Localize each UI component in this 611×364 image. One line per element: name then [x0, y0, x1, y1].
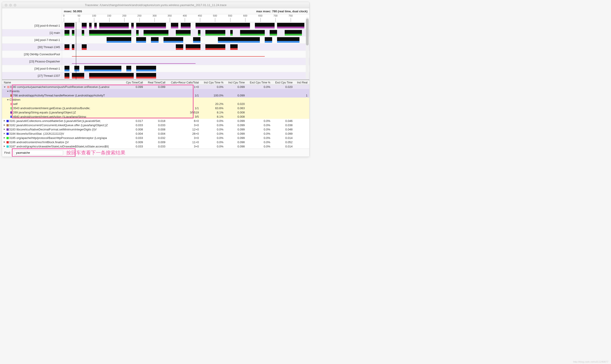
table-row[interactable]: Parents — [2, 89, 309, 93]
trace-bar-detail — [196, 27, 250, 28]
find-caption: 按回车查看下一条搜索结果 — [66, 149, 125, 156]
chevron-right-icon — [4, 129, 5, 130]
trace-bar-detail — [151, 41, 158, 43]
thread-label[interactable]: [33] pool-6-thread-1 — [2, 22, 62, 29]
trace-bar-detail — [181, 27, 190, 28]
timeline-row[interactable] — [62, 51, 309, 58]
traceview-window: Traceview: /Users/zhangshixin/work/andro… — [2, 2, 310, 157]
trace-bar-detail — [89, 27, 92, 28]
zoom-icon[interactable] — [14, 4, 16, 6]
timeline-row[interactable] — [62, 29, 309, 37]
thread-label[interactable]: [30] Thread-1345 — [2, 44, 62, 51]
column-header[interactable]: Excl Cpu Time — [272, 80, 294, 85]
table-row[interactable]: 3183 libcore/icu/NativeDecimalFormat.set… — [2, 127, 309, 131]
trace-bar-detail — [136, 70, 156, 71]
trace-bar-detail — [176, 48, 183, 50]
chevron-down-icon — [7, 91, 9, 92]
table-row[interactable]: 3182 java/util/concurrent/ConcurrentLink… — [2, 123, 309, 127]
time-cursor[interactable] — [76, 22, 76, 79]
window-title: Traceview: /Users/zhangshixin/work/andro… — [4, 3, 307, 7]
trace-bar-detail — [277, 27, 304, 28]
trace-bar-detail — [171, 27, 178, 28]
table-row[interactable]: 3186 android/content/res/XmlBlock.finali… — [2, 140, 309, 144]
timeline-row[interactable] — [62, 22, 309, 29]
trace-bar-detail — [136, 41, 146, 43]
ruler-tick: 200 — [122, 14, 126, 17]
thread-label[interactable]: [29] OkHttp ConnectionPool — [2, 51, 62, 58]
ruler-tick: 550 — [228, 14, 232, 17]
minimize-icon[interactable] — [9, 4, 12, 6]
thread-label[interactable]: [1] main — [2, 29, 62, 37]
table-row[interactable]: 3543 android/content/Intent.getExtras ()… — [2, 106, 309, 110]
trace-bar-detail — [176, 34, 190, 36]
table-row[interactable]: self20.2%0.020 — [2, 102, 309, 106]
trace-bar-detail — [89, 34, 131, 36]
table-row[interactable]: Children — [2, 98, 309, 102]
column-header[interactable]: Incl Cpu Time % — [201, 80, 225, 85]
thread-label-column: [33] pool-6-thread-1[1] main[44] pool-7-… — [2, 8, 62, 79]
column-header[interactable]: Excl Cpu Time % — [247, 80, 272, 85]
trace-bar-detail — [255, 27, 275, 28]
timeline-row[interactable] — [62, 44, 309, 51]
close-icon[interactable] — [5, 4, 7, 6]
trace-bar-detail — [65, 27, 74, 28]
timeline-scrollbar[interactable] — [306, 17, 309, 79]
trace-bar-detail — [65, 48, 69, 50]
time-ruler[interactable]: 0501001502002503003504004505005506006507… — [62, 14, 309, 22]
thread-label[interactable]: [44] pool-7-thread-1 — [2, 37, 62, 44]
trace-bar-detail — [205, 48, 225, 50]
msec-readout: msec: 50.955 — [64, 10, 82, 13]
table-row[interactable]: 4640 android/content/Intent.getAction ()… — [2, 115, 309, 119]
column-header[interactable]: Incl Cpu Time — [225, 80, 247, 85]
trace-bar-detail — [82, 34, 84, 36]
column-header[interactable]: Cpu Time/Call — [123, 80, 145, 85]
column-header[interactable]: Incl Real — [294, 80, 309, 85]
timeline-row[interactable] — [62, 72, 309, 79]
table-row[interactable]: 269 java/lang/String.equals (Ljava/lang/… — [2, 110, 309, 115]
thread-label[interactable]: [23] Picasso-Dispatcher — [2, 58, 62, 65]
ruler-tick: 600 — [243, 14, 247, 17]
trace-bar-detail — [82, 27, 87, 28]
timeline-viewport[interactable]: msec: 50.955 max msec: 780 (real time, d… — [62, 8, 309, 79]
ruler-tick: 50 — [78, 14, 80, 17]
find-bar: Find: 按回车查看下一条搜索结果 — [2, 149, 309, 156]
table-row[interactable]: 3187 android/graphics/drawable/StateList… — [2, 144, 309, 149]
chevron-down-icon — [4, 87, 6, 88]
chevron-right-icon — [4, 137, 5, 139]
timeline-row[interactable] — [62, 37, 309, 44]
trace-bar-detail — [193, 41, 201, 43]
trace-bar-detail — [144, 34, 168, 36]
trace-bar-detail — [65, 77, 69, 78]
column-header[interactable]: Real Time/Call — [145, 80, 167, 85]
trace-bar-detail — [265, 41, 272, 43]
ruler-tick: 150 — [107, 14, 111, 17]
column-header[interactable]: Calls+Recur Calls/Total — [167, 80, 201, 85]
ruler-tick: 650 — [258, 14, 262, 17]
trace-bar-detail — [218, 41, 260, 43]
trace-bar-detail — [230, 34, 233, 36]
find-input[interactable] — [14, 150, 63, 155]
max-msec-readout: max msec: 780 (real time, dual clock) — [256, 10, 308, 13]
table-row[interactable]: 3180 com/yuntu/yaomaiche/common/push/Pus… — [2, 85, 309, 89]
table-row[interactable]: 766 android/app/ActivityThread.handleRec… — [2, 93, 309, 98]
table-header-row[interactable]: NameCpu Time/CallReal Time/CallCalls+Rec… — [2, 80, 309, 85]
table-row[interactable]: 3185 org/apache/http/protocol/BasicHttpP… — [2, 136, 309, 140]
scrollbar-thumb[interactable] — [306, 19, 309, 45]
trace-bar-detail — [107, 41, 131, 43]
ruler-tick: 250 — [137, 14, 141, 17]
thread-label[interactable]: [27] Thread-1337 — [2, 72, 62, 79]
ruler-tick: 100 — [92, 14, 96, 17]
titlebar[interactable]: Traceview: /Users/zhangshixin/work/andro… — [2, 2, 309, 8]
thread-label[interactable]: [34] pool-5-thread-1 — [2, 65, 62, 72]
table-row[interactable]: 3184 libcore/io/StructStat. (JJIJIIJJJJJ… — [2, 131, 309, 136]
trace-bar-detail — [131, 27, 134, 28]
column-header[interactable]: Name — [2, 80, 123, 85]
chevron-right-icon — [4, 145, 5, 147]
chevron-right-icon — [4, 141, 5, 143]
trace-bar-detail — [65, 70, 69, 71]
ruler-tick: 500 — [213, 14, 217, 17]
ruler-tick: 350 — [167, 14, 172, 17]
timeline-row[interactable] — [62, 58, 309, 65]
table-row[interactable]: 3181 java/util/Collections.unmodifiableS… — [2, 119, 309, 123]
timeline-row[interactable] — [62, 65, 309, 72]
